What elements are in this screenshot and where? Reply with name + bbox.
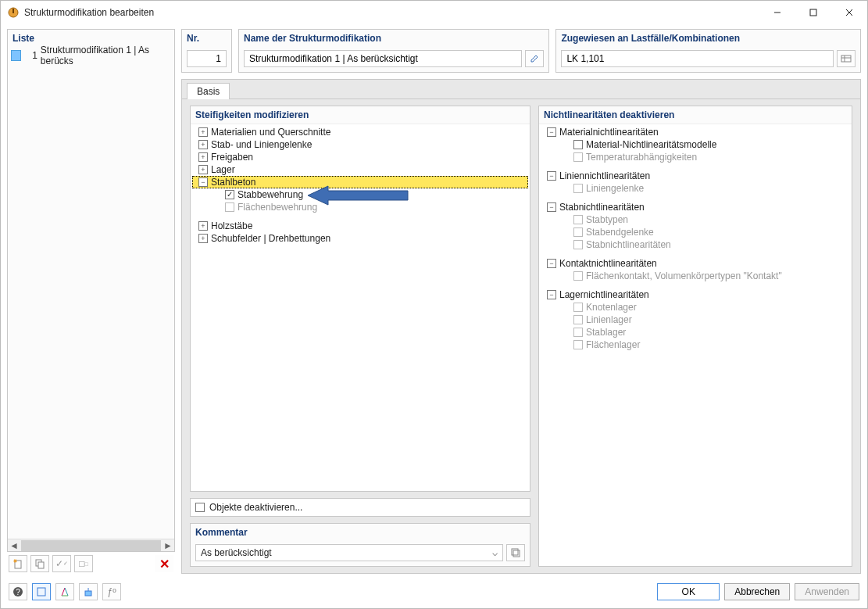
left-panel: Liste 1 Strukturmodifikation 1 | As berü…: [7, 29, 175, 574]
tree-bar-reinforcement[interactable]: Stabbewehrung: [192, 188, 528, 201]
checkbox[interactable]: [573, 240, 583, 249]
view-button-2[interactable]: [55, 583, 74, 600]
minimize-button[interactable]: [759, 1, 795, 24]
checkbox[interactable]: [573, 340, 583, 349]
checkbox[interactable]: [573, 328, 583, 337]
checkbox[interactable]: [573, 140, 583, 149]
tree-material-nl[interactable]: −Materialnichtlinearitäten: [541, 126, 850, 138]
name-label: Name der Strukturmodifikation: [239, 30, 548, 47]
assign-input[interactable]: [561, 50, 834, 67]
tree-member-hinges[interactable]: +Stab- und Liniengelenke: [192, 138, 528, 151]
tree-surface-reinforcement[interactable]: Flächenbewehrung: [192, 201, 528, 213]
tree-member-end[interactable]: Stabendgelenke: [541, 226, 850, 238]
tree-line-hinges[interactable]: Liniengelenke: [541, 182, 850, 195]
list-scrollbar[interactable]: ◄ ►: [8, 539, 174, 551]
tree-member-types[interactable]: Stabtypen: [541, 213, 850, 226]
checkbox-deactivate[interactable]: [195, 503, 205, 512]
assign-pick-button[interactable]: [837, 50, 855, 67]
checkbox-bar-reinf[interactable]: [225, 190, 234, 199]
chevron-right-icon[interactable]: ►: [162, 539, 174, 552]
copy-button[interactable]: [30, 555, 49, 572]
tree-contact-item[interactable]: Flächenkontakt, Volumenkörpertypen "Kont…: [541, 270, 850, 282]
tree-member-nl-h[interactable]: −Stabnichtlinearitäten: [541, 201, 850, 213]
apply-button[interactable]: Anwenden: [795, 583, 859, 600]
help-button[interactable]: ?: [9, 583, 27, 600]
collapse-icon[interactable]: −: [547, 202, 556, 212]
comment-box: Kommentar As berücksichtigt ⌵: [190, 523, 530, 567]
tree-surf-sup[interactable]: Flächenlager: [541, 339, 850, 351]
nonlin-column: Nichtlinearitäten deaktivieren −Material…: [538, 106, 852, 567]
checkbox[interactable]: [573, 303, 583, 312]
expand-icon[interactable]: +: [198, 140, 208, 149]
deactivate-row[interactable]: Objekte deaktivieren...: [190, 498, 530, 517]
tree-material-models[interactable]: Material-Nichtlinearitätsmodelle: [541, 138, 850, 151]
checkbox[interactable]: [573, 227, 583, 237]
tree-supports[interactable]: +Lager: [192, 163, 528, 176]
tree-member-sup[interactable]: Stablager: [541, 326, 850, 339]
checkbox[interactable]: [573, 152, 583, 162]
nr-box: Nr.: [181, 29, 232, 73]
check-all-button[interactable]: ✓✓: [52, 555, 71, 572]
tree-materials[interactable]: +Materialien und Querschnitte: [192, 126, 528, 138]
checkbox[interactable]: [573, 215, 583, 224]
comment-label: Kommentar: [191, 524, 530, 541]
nonlin-header: Nichtlinearitäten deaktivieren: [539, 106, 852, 124]
tree-reinforced-concrete[interactable]: −Stahlbeton: [192, 176, 528, 188]
tab-shell: Basis Steifigkeiten modifizieren +Materi…: [181, 73, 861, 574]
tree-line-sup[interactable]: Linienlager: [541, 313, 850, 326]
tabstrip: Basis: [181, 79, 861, 99]
comment-value: As berücksichtigt: [201, 547, 272, 558]
checkbox[interactable]: [573, 315, 583, 324]
tree-releases[interactable]: +Freigaben: [192, 151, 528, 163]
tab-body: Steifigkeiten modifizieren +Materialien …: [181, 99, 861, 574]
cancel-button[interactable]: Abbrechen: [724, 583, 790, 600]
checkbox-surf-reinf[interactable]: [225, 202, 234, 212]
expand-icon[interactable]: +: [198, 152, 208, 162]
dialog-content: Liste 1 Strukturmodifikation 1 | As berü…: [1, 24, 867, 579]
tree-temp-dep[interactable]: Temperaturabhängigkeiten: [541, 151, 850, 163]
list-item-number: 1: [24, 50, 38, 61]
new-button[interactable]: [9, 555, 27, 572]
scroll-thumb[interactable]: [21, 540, 161, 551]
tree-support-nl[interactable]: −Lagernichtlinearitäten: [541, 288, 850, 301]
comment-pick-button[interactable]: [506, 544, 525, 561]
expand-icon[interactable]: +: [198, 165, 208, 174]
collapse-icon[interactable]: −: [198, 177, 208, 187]
nr-input[interactable]: [187, 50, 227, 67]
tree-shear[interactable]: +Schubfelder | Drehbettungen: [192, 232, 528, 245]
svg-rect-8: [38, 562, 44, 568]
tree-timber[interactable]: +Holzstäbe: [192, 220, 528, 232]
uncheck-all-button[interactable]: □□: [74, 555, 93, 572]
edit-name-button[interactable]: [525, 50, 544, 67]
close-button[interactable]: [831, 1, 867, 24]
name-input[interactable]: [244, 50, 522, 67]
view-button-1[interactable]: [32, 583, 51, 600]
ok-button[interactable]: OK: [657, 583, 720, 600]
collapse-icon[interactable]: −: [547, 171, 556, 181]
checkbox[interactable]: [573, 184, 583, 193]
expand-icon[interactable]: +: [198, 221, 208, 231]
collapse-icon[interactable]: −: [547, 127, 556, 137]
chevron-left-icon[interactable]: ◄: [8, 539, 20, 552]
list-item[interactable]: 1 Strukturmodifikation 1 | As berücks: [8, 48, 174, 63]
stiffness-column: Steifigkeiten modifizieren +Materialien …: [190, 106, 530, 567]
maximize-button[interactable]: [795, 1, 831, 24]
tree-line-nl[interactable]: −Liniennichtlinearitäten: [541, 170, 850, 182]
expand-icon[interactable]: +: [198, 127, 208, 137]
name-box: Name der Strukturmodifikation: [238, 29, 549, 73]
view-button-4[interactable]: ƒº: [102, 583, 121, 600]
tree-contact-nl[interactable]: −Kontaktnichtlinearitäten: [541, 257, 850, 270]
delete-button[interactable]: ✕: [155, 555, 173, 572]
comment-combo[interactable]: As berücksichtigt ⌵: [195, 544, 503, 561]
svg-rect-13: [512, 549, 518, 555]
collapse-icon[interactable]: −: [547, 290, 556, 299]
svg-rect-17: [38, 588, 45, 596]
tab-basis[interactable]: Basis: [187, 83, 230, 99]
stiffness-tree: +Materialien und Querschnitte +Stab- und…: [191, 124, 530, 491]
expand-icon[interactable]: +: [198, 234, 208, 243]
view-button-3[interactable]: [79, 583, 98, 600]
tree-nodal-sup[interactable]: Knotenlager: [541, 301, 850, 313]
checkbox[interactable]: [573, 271, 583, 281]
collapse-icon[interactable]: −: [547, 259, 556, 268]
tree-member-nl[interactable]: Stabnichtlinearitäten: [541, 238, 850, 251]
